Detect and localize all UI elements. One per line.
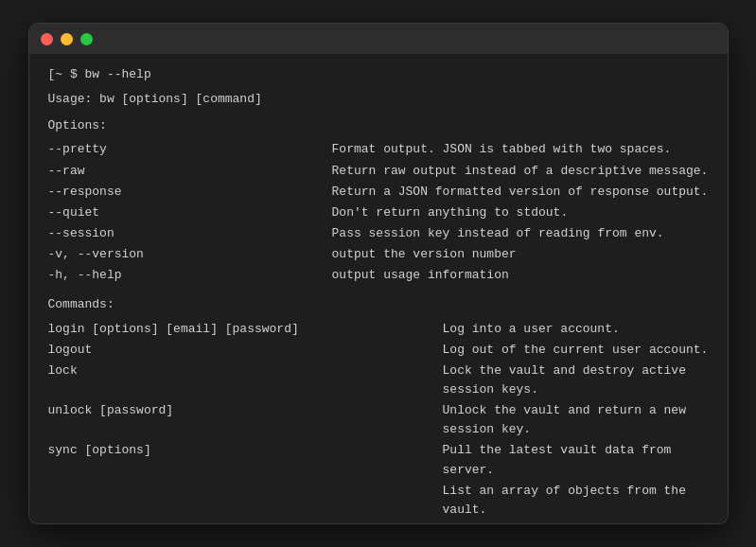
close-button[interactable] [41, 33, 53, 45]
options-header-text: Options: [48, 118, 107, 132]
command-row: unlock [password] Unlock the vault and r… [48, 400, 709, 440]
option-row: --response Return a JSON formatted versi… [48, 182, 709, 203]
command-name: unlock [password] [48, 400, 443, 440]
command-desc: Log into a user account. [443, 319, 709, 340]
commands-table: login [options] [email] [password] Log i… [48, 319, 709, 523]
option-desc: Return raw output instead of a descripti… [332, 161, 709, 182]
option-row: --session Pass session key instead of re… [48, 223, 709, 244]
usage-line: Usage: bw [options] [command] [48, 90, 709, 109]
option-row: -v, --version output the version number [48, 244, 709, 265]
window-controls [41, 33, 93, 45]
command-name: list [options] [48, 481, 443, 523]
terminal-body[interactable]: [~ $ bw --help Usage: bw [options] [comm… [29, 54, 728, 523]
option-flag: --raw [48, 161, 332, 182]
option-flag: -h, --help [48, 265, 332, 286]
option-desc: Pass session key instead of reading from… [332, 223, 709, 244]
title-bar [29, 24, 728, 54]
usage-label: Usage: bw [options] [command] [48, 92, 262, 106]
command-desc: Pull the latest vault data from server. [443, 440, 709, 480]
option-flag: --pretty [48, 139, 332, 160]
command-row: login [options] [email] [password] Log i… [48, 319, 709, 340]
command-row: lock Lock the vault and destroy active s… [48, 361, 709, 400]
option-desc: Don't return anything to stdout. [332, 203, 709, 223]
terminal-window: [~ $ bw --help Usage: bw [options] [comm… [28, 23, 729, 524]
commands-header: Commands: [48, 295, 709, 314]
command-name: sync [options] [48, 440, 443, 480]
commands-header-text: Commands: [48, 297, 114, 311]
option-row: --pretty Format output. JSON is tabbed w… [48, 139, 709, 160]
command-desc: List an array of objects from the vault. [443, 481, 709, 523]
option-flag: --response [48, 182, 332, 203]
option-desc: Format output. JSON is tabbed with two s… [332, 139, 709, 160]
maximize-button[interactable] [80, 33, 93, 45]
option-row: --quiet Don't return anything to stdout. [48, 203, 709, 223]
option-flag: -v, --version [48, 244, 332, 265]
command-name: logout [48, 340, 443, 361]
option-row: --raw Return raw output instead of a des… [48, 161, 709, 182]
command-desc: Unlock the vault and return a new sessio… [443, 400, 709, 440]
prompt-line: [~ $ bw --help [48, 65, 709, 84]
option-desc: output the version number [332, 244, 709, 265]
prompt-text: [~ $ bw --help [48, 67, 151, 81]
command-row: sync [options] Pull the latest vault dat… [48, 440, 709, 480]
command-name: login [options] [email] [password] [48, 319, 443, 340]
command-desc: Log out of the current user account. [443, 340, 709, 361]
command-row: logout Log out of the current user accou… [48, 340, 709, 361]
option-row: -h, --help output usage information [48, 265, 709, 286]
option-flag: --session [48, 223, 332, 244]
command-desc: Lock the vault and destroy active sessio… [443, 361, 709, 400]
options-header: Options: [48, 116, 709, 135]
option-desc: output usage information [332, 265, 709, 286]
options-table: --pretty Format output. JSON is tabbed w… [48, 139, 709, 286]
command-row: list [options] List an array of objects … [48, 481, 709, 523]
minimize-button[interactable] [61, 33, 73, 45]
command-name: lock [48, 361, 443, 400]
option-flag: --quiet [48, 203, 332, 223]
option-desc: Return a JSON formatted version of respo… [332, 182, 709, 203]
